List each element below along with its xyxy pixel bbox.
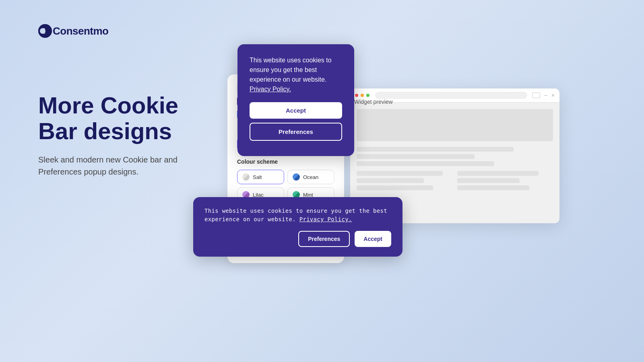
browser-icon-1 [532,93,540,98]
main-heading: More Cookie Bar designs [38,93,207,144]
colour-scheme-label: Colour scheme [237,158,334,165]
col-1 [357,171,452,190]
popup-top-text: This website uses cookies to ensure you … [250,56,342,94]
browser-icon-2: − [544,92,547,99]
col1-line2 [357,178,424,183]
line-1 [357,147,514,152]
logo: Consentmo [38,24,109,38]
popup-bottom-text: This website uses cookies to ensure you … [204,207,391,224]
svg-point-2 [43,29,47,33]
scheme-salt[interactable]: Salt [237,170,284,184]
browser-dot-red [355,94,358,97]
widget-preview-label: Widget preview [354,99,393,105]
sub-text: Sleek and modern new Cookie bar and Pref… [38,154,207,178]
popup-bottom-preferences-button[interactable]: Preferences [298,231,350,247]
popup-accept-button[interactable]: Accept [250,102,342,119]
line-2 [357,154,475,159]
scheme-ocean-dot [293,173,300,181]
logo-text: Consentmo [53,25,109,37]
popup-bottom: This website uses cookies to ensure you … [193,197,402,257]
col2-line1 [457,171,539,176]
col2-line3 [457,185,529,190]
scheme-salt-dot [242,173,250,181]
browser-dot-green [366,94,369,97]
col1-line1 [357,171,443,176]
browser-address-bar [375,92,527,99]
popup-preferences-button[interactable]: Preferences [250,123,342,141]
popup-top: This website uses cookies to ensure you … [237,44,354,156]
line-3 [357,161,494,166]
content-lines-1 [357,147,553,166]
two-col-content [357,171,553,190]
browser-icon-3: × [551,92,555,99]
popup-bottom-link[interactable]: Privacy Policy. [299,216,352,222]
left-content: More Cookie Bar designs Sleek and modern… [38,93,207,178]
svg-point-0 [38,24,52,38]
popup-bottom-buttons: Preferences Accept [204,231,391,247]
scheme-ocean[interactable]: Ocean [287,170,334,184]
col2-line2 [457,178,520,183]
popup-bottom-accept-button[interactable]: Accept [355,231,391,247]
browser-dot-yellow [361,94,364,97]
col-2 [457,171,553,190]
col1-line3 [357,185,433,190]
popup-top-link[interactable]: Privacy Policy. [250,86,291,93]
logo-icon [38,24,52,38]
hero-block [357,109,553,141]
